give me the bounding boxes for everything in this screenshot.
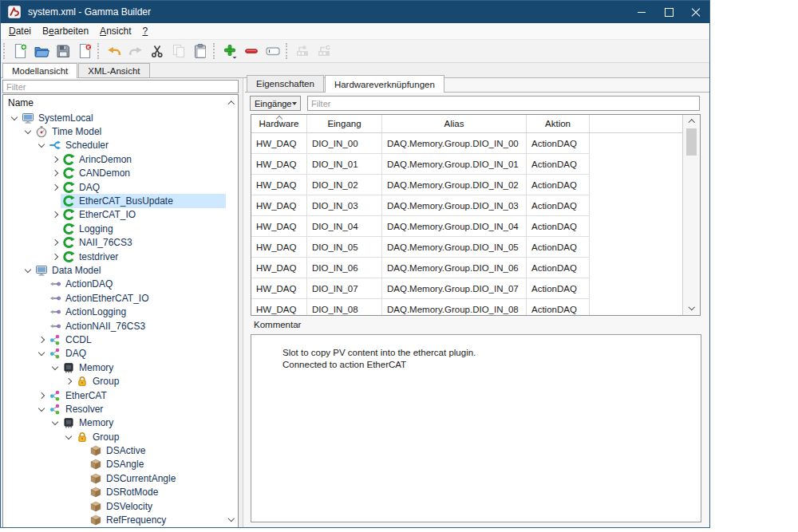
- tree-item-scheduler[interactable]: Scheduler: [3, 139, 226, 152]
- chevron-right-icon[interactable]: [49, 180, 61, 194]
- tree-item-content[interactable]: Memory: [61, 361, 226, 374]
- tree-item-content[interactable]: CANDemon: [61, 167, 226, 180]
- menu-item-bearbeiten[interactable]: Bearbeiten: [37, 24, 94, 38]
- chevron-right-icon[interactable]: [62, 374, 74, 388]
- direction-dropdown[interactable]: Eingänge: [250, 96, 301, 111]
- tree-item-testdriver[interactable]: testdriver: [3, 250, 226, 263]
- table-row[interactable]: HW_DAQDIO_IN_00DAQ.Memory.Group.DIO_IN_0…: [251, 133, 683, 154]
- chevron-down-icon[interactable]: [62, 430, 74, 443]
- tree-item-data-model[interactable]: Data Model: [3, 263, 226, 277]
- chevron-down-icon[interactable]: [49, 416, 61, 430]
- table-row[interactable]: HW_DAQDIO_IN_02DAQ.Memory.Group.DIO_IN_0…: [251, 175, 683, 195]
- tree-item-content[interactable]: EtherCAT_IO: [61, 208, 226, 222]
- table-row[interactable]: HW_DAQDIO_IN_04DAQ.Memory.Group.DIO_IN_0…: [251, 216, 683, 237]
- cut-button[interactable]: [146, 41, 168, 61]
- tree-item-content[interactable]: DSAngle: [88, 458, 226, 471]
- tree-item-content[interactable]: SystemLocal: [20, 111, 226, 124]
- column-header-hardware[interactable]: Hardware: [251, 115, 307, 133]
- table-filter-input[interactable]: [307, 96, 700, 111]
- table-row[interactable]: HW_DAQDIO_IN_08DAQ.Memory.Group.DIO_IN_0…: [251, 299, 683, 315]
- chevron-down-icon[interactable]: [35, 139, 47, 152]
- tree-item-content[interactable]: DAQ: [61, 180, 226, 194]
- comment-box[interactable]: Slot to copy PV content into the etherca…: [251, 334, 701, 522]
- chevron-down-icon[interactable]: [49, 361, 61, 374]
- chevron-right-icon[interactable]: [49, 208, 61, 222]
- chevron-right-icon[interactable]: [35, 333, 47, 346]
- tree-item-memory[interactable]: Memory: [3, 361, 226, 374]
- tree-item-dsvelocity[interactable]: DSVelocity: [3, 499, 226, 513]
- minimize-button[interactable]: [628, 1, 655, 23]
- tree-item-content[interactable]: CCDL: [47, 333, 226, 346]
- menu-item-ansicht[interactable]: Ansicht: [94, 24, 136, 38]
- tree-item-resolver[interactable]: Resolver: [3, 402, 226, 416]
- tree-item-content[interactable]: DSRotMode: [88, 486, 226, 499]
- rename-element-button[interactable]: [262, 41, 283, 61]
- tree-item-content[interactable]: ActionNAII_76CS3: [47, 319, 226, 333]
- tree-item-daq[interactable]: DAQ: [3, 347, 226, 361]
- maximize-button[interactable]: [655, 1, 682, 23]
- tree-item-content[interactable]: EtherCAT: [47, 388, 226, 402]
- tab-eigenschaften[interactable]: Eigenschaften: [247, 75, 324, 92]
- chevron-right-icon[interactable]: [49, 236, 61, 250]
- tree-item-candemon[interactable]: CANDemon: [3, 167, 226, 180]
- tree-filter-input[interactable]: [2, 80, 239, 93]
- chevron-down-icon[interactable]: [8, 111, 20, 124]
- tree-item-content[interactable]: Data Model: [34, 263, 226, 277]
- scroll-down-icon[interactable]: [226, 514, 237, 525]
- table-scrollbar[interactable]: [682, 115, 700, 315]
- tree-item-content[interactable]: DSCurrentAngle: [88, 471, 226, 485]
- tree-item-dsangle[interactable]: DSAngle: [3, 458, 226, 471]
- chevron-right-icon[interactable]: [49, 250, 61, 263]
- tree-item-content[interactable]: DAQ: [47, 347, 226, 361]
- tree-item-content[interactable]: Group: [74, 430, 226, 443]
- tab-hardwareverkn-pfungen[interactable]: Hardwareverknüpfungen: [325, 75, 444, 93]
- tree-scrollbar[interactable]: [226, 96, 237, 526]
- chevron-down-icon[interactable]: [35, 347, 47, 361]
- tree-item-ccdl[interactable]: CCDL: [3, 333, 226, 346]
- tree-item-actiondaq[interactable]: ActionDAQ: [3, 278, 226, 291]
- tree-item-group[interactable]: Group: [3, 430, 226, 443]
- scroll-up-icon[interactable]: [226, 97, 237, 108]
- tree-item-group[interactable]: Group: [3, 374, 226, 388]
- tree-item-ethercat-io[interactable]: EtherCAT_IO: [3, 208, 226, 222]
- tree-item-content[interactable]: RefFrequency: [88, 513, 226, 526]
- column-header-eingang[interactable]: Eingang: [307, 115, 382, 133]
- tree-item-content[interactable]: EtherCAT_BusUpdate: [61, 194, 226, 207]
- tree-item-actionlogging[interactable]: ActionLogging: [3, 305, 226, 318]
- chevron-right-icon[interactable]: [49, 152, 61, 166]
- tree-item-naii-76cs3[interactable]: NAII_76CS3: [3, 236, 226, 250]
- undo-button[interactable]: [103, 41, 124, 61]
- save-file-button[interactable]: [52, 41, 73, 61]
- scroll-down-icon[interactable]: [683, 302, 700, 314]
- tree-item-actionethercat-io[interactable]: ActionEtherCAT_IO: [3, 291, 226, 305]
- tree-item-content[interactable]: DSVelocity: [88, 499, 226, 513]
- tree-item-time-model[interactable]: Time Model: [3, 124, 226, 138]
- tree-item-content[interactable]: ActionDAQ: [47, 278, 226, 291]
- tree-item-reffrequency[interactable]: RefFrequency: [3, 513, 226, 526]
- tree-item-content[interactable]: ArincDemon: [61, 152, 226, 166]
- remove-element-button[interactable]: [240, 41, 262, 61]
- tree-item-content[interactable]: Time Model: [34, 124, 226, 138]
- tree-item-arincdemon[interactable]: ArincDemon: [3, 152, 226, 166]
- paste-button[interactable]: [189, 41, 211, 61]
- tree-item-dsactive[interactable]: DSActive: [3, 443, 226, 457]
- chevron-right-icon[interactable]: [49, 167, 61, 180]
- open-file-button[interactable]: [30, 41, 52, 61]
- chevron-down-icon[interactable]: [22, 124, 34, 138]
- tree-item-ethercat-busupdate[interactable]: EtherCAT_BusUpdate: [3, 194, 226, 207]
- tree-item-dsrotmode[interactable]: DSRotMode: [3, 486, 226, 499]
- tree-item-content[interactable]: NAII_76CS3: [61, 236, 226, 250]
- tree-item-actionnaii-76cs3[interactable]: ActionNAII_76CS3: [3, 319, 226, 333]
- tree-item-content[interactable]: Logging: [61, 222, 226, 235]
- tree-item-content[interactable]: Memory: [61, 416, 226, 430]
- add-element-button[interactable]: [219, 41, 240, 61]
- table-row[interactable]: HW_DAQDIO_IN_01DAQ.Memory.Group.DIO_IN_0…: [251, 154, 683, 175]
- menu-item-datei[interactable]: Datei: [3, 24, 37, 38]
- menu-item-help[interactable]: ?: [136, 24, 153, 38]
- tab-xml-ansicht[interactable]: XML-Ansicht: [78, 63, 149, 77]
- tree-item-content[interactable]: Scheduler: [47, 139, 226, 152]
- table-row[interactable]: HW_DAQDIO_IN_06DAQ.Memory.Group.DIO_IN_0…: [251, 258, 683, 278]
- table-row[interactable]: HW_DAQDIO_IN_05DAQ.Memory.Group.DIO_IN_0…: [251, 237, 683, 258]
- tree-item-content[interactable]: DSActive: [88, 443, 226, 457]
- scrollbar-thumb[interactable]: [686, 128, 697, 156]
